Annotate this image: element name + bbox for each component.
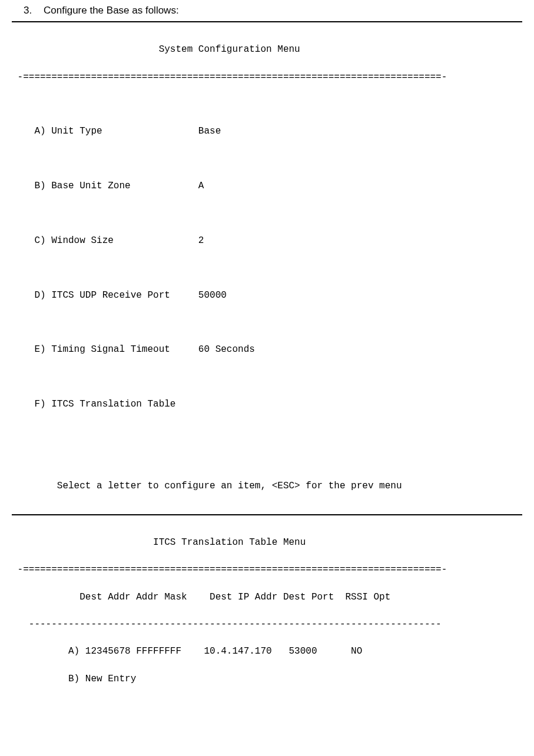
table-row-a[interactable]: A) 12345678 FFFFFFFF 10.4.147.170 53000 … (12, 645, 522, 658)
step-3: 3. Configure the Base as follows: (24, 5, 522, 16)
table-row-new-entry[interactable]: B) New Entry (12, 672, 522, 686)
menu-rule: -=======================================… (12, 563, 522, 577)
blank-line (12, 700, 522, 713)
step-3-text: Configure the Base as follows: (44, 5, 522, 16)
blank-line (12, 727, 522, 740)
menu-item-itcs-translation-table[interactable]: F) ITCS Translation Table (12, 398, 522, 411)
blank-line (12, 261, 522, 275)
menu-rule: -=======================================… (12, 71, 522, 84)
table-header: Dest Addr Addr Mask Dest IP Addr Dest Po… (12, 591, 522, 604)
menu-item-unit-type[interactable]: A) Unit Type Base (12, 125, 522, 138)
menu-item-base-unit-zone[interactable]: B) Base Unit Zone A (12, 179, 522, 193)
divider (12, 21, 522, 22)
menu-prompt: Select a letter to configure an item, <E… (12, 479, 522, 493)
menu-title: ITCS Translation Table Menu (12, 536, 522, 549)
step-3-number: 3. (24, 5, 44, 16)
menu-item-timing-timeout[interactable]: E) Timing Signal Timeout 60 Seconds (12, 343, 522, 357)
blank-line (12, 452, 522, 466)
blank-line (12, 316, 522, 329)
blank-line (12, 425, 522, 438)
table-dash: ----------------------------------------… (12, 618, 522, 631)
menu-item-window-size[interactable]: C) Window Size 2 (12, 234, 522, 248)
blank-line (12, 98, 522, 111)
blank-line (12, 152, 522, 166)
itcs-translation-menu: ITCS Translation Table Menu -===========… (12, 520, 522, 756)
menu-title: System Configuration Menu (12, 43, 522, 56)
menu-item-itcs-udp-port[interactable]: D) ITCS UDP Receive Port 50000 (12, 289, 522, 302)
blank-line (12, 371, 522, 384)
divider (12, 514, 522, 515)
blank-line (12, 207, 522, 220)
system-config-menu: System Configuration Menu -=============… (12, 27, 522, 509)
